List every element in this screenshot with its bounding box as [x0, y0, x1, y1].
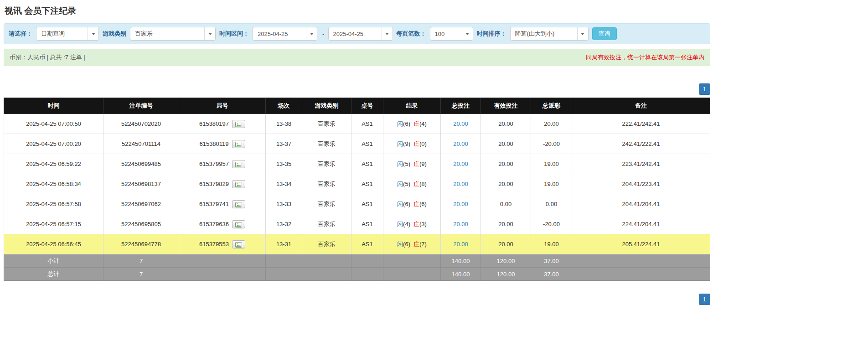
cell-game-type: 百家乐: [302, 154, 351, 174]
cell-total-bet: 20.00: [441, 194, 481, 214]
sort-order-select[interactable]: 降冪(由大到小): [510, 27, 589, 41]
date-range-separator: ~: [321, 31, 325, 37]
page-size-select[interactable]: 100: [430, 27, 473, 41]
table-row: 2025-04-25 06:58:34522450698137615379829…: [4, 174, 710, 194]
summary-payout: 37.00: [531, 268, 572, 281]
cell-table-no: AS1: [351, 114, 383, 134]
summary-empty: [572, 254, 710, 268]
summary-count: 7: [103, 268, 179, 281]
result-banker-label: 庄: [413, 140, 419, 147]
round-replay-button[interactable]: [232, 240, 245, 248]
result-player-score: (4): [403, 221, 410, 228]
summary-note-text: 同局有效投注，统一计算在该局第一张注单内: [586, 53, 704, 62]
cell-valid-bet: 0.00: [481, 194, 531, 214]
page-size-label: 每页笔数：: [397, 30, 426, 38]
total-bet-link[interactable]: 20.00: [453, 201, 468, 207]
cell-time: 2025-04-25 06:57:15: [4, 214, 103, 234]
cell-valid-bet: 20.00: [481, 234, 531, 254]
summary-empty: [302, 254, 351, 268]
cell-bet-id: 522450702020: [103, 114, 179, 134]
result-player-label: 闲: [397, 120, 403, 127]
cell-total-bet: 20.00: [441, 154, 481, 174]
cell-table-no: AS1: [351, 214, 383, 234]
total-bet-link[interactable]: 20.00: [453, 160, 468, 167]
round-id: 615380119: [199, 140, 228, 147]
table-row: 2025-04-25 07:00:20522450701114615380119…: [4, 134, 710, 154]
cell-valid-bet: 20.00: [481, 114, 531, 134]
cell-round-id: 615379829: [179, 174, 266, 194]
column-header-0: 时间: [4, 98, 103, 114]
summary-total-bet: 140.00: [441, 268, 481, 281]
result-banker-score: (6): [419, 201, 427, 207]
cell-time: 2025-04-25 06:59:22: [4, 154, 103, 174]
column-header-2: 局号: [179, 98, 266, 114]
result-player-label: 闲: [397, 241, 403, 248]
table-row: 2025-04-25 06:56:45522450694778615379553…: [4, 234, 710, 254]
round-replay-button[interactable]: [232, 140, 245, 148]
total-bet-link[interactable]: 20.00: [453, 181, 468, 187]
date-from-select[interactable]: 2025-04-25: [253, 27, 317, 41]
cell-total-bet: 20.00: [441, 214, 481, 234]
total-row: 总计7140.00120.0037.00: [4, 268, 710, 281]
image-icon: [235, 242, 242, 248]
summary-payout: 37.00: [531, 254, 572, 268]
cell-time: 2025-04-25 07:00:20: [4, 134, 103, 154]
image-icon: [235, 162, 242, 167]
summary-empty: [302, 268, 351, 281]
cell-bet-id: 522450699485: [103, 154, 179, 174]
cell-result: 闲(5)庄(8): [383, 174, 441, 194]
cell-payout: -20.00: [531, 214, 572, 234]
page-1-button[interactable]: 1: [699, 83, 710, 95]
table-header: 时间注单编号局号场次游戏类别桌号结果总投注有效投注总派彩备注: [4, 98, 710, 114]
cell-round-id: 615380197: [179, 114, 266, 134]
summary-empty: [572, 268, 710, 281]
cell-total-bet: 20.00: [441, 134, 481, 154]
date-to-value: 2025-04-25: [329, 31, 368, 37]
chevron-down-icon: [204, 27, 215, 40]
result-player-label: 闲: [397, 221, 403, 228]
round-replay-button[interactable]: [232, 120, 245, 128]
cell-round-id: 615379553: [179, 234, 266, 254]
total-bet-link[interactable]: 20.00: [453, 221, 468, 228]
date-to-select[interactable]: 2025-04-25: [328, 27, 393, 41]
game-type-select[interactable]: 百家乐: [130, 27, 216, 41]
cell-result: 闲(6)庄(7): [383, 234, 441, 254]
cell-game-type: 百家乐: [302, 114, 351, 134]
total-bet-link[interactable]: 20.00: [453, 241, 468, 248]
chevron-down-icon: [306, 27, 317, 40]
cell-valid-bet: 20.00: [481, 134, 531, 154]
cell-note: 224.41/204.41: [572, 214, 710, 234]
result-banker-score: (4): [419, 120, 427, 127]
result-player-label: 闲: [397, 181, 403, 187]
summary-label: 总计: [4, 268, 103, 281]
cell-note: 223.41/242.41: [572, 154, 710, 174]
cell-game-type: 百家乐: [302, 214, 351, 234]
round-id: 615379957: [199, 160, 229, 167]
total-bet-link[interactable]: 20.00: [453, 120, 468, 127]
cell-table-no: AS1: [351, 194, 383, 214]
round-replay-button[interactable]: [232, 200, 245, 208]
summary-empty: [351, 254, 383, 268]
image-icon: [235, 142, 242, 147]
cell-valid-bet: 20.00: [481, 174, 531, 194]
round-replay-button[interactable]: [232, 180, 245, 188]
search-button[interactable]: 查询: [592, 27, 617, 40]
column-header-3: 场次: [266, 98, 302, 114]
result-player-score: (6): [403, 241, 410, 248]
round-replay-button[interactable]: [232, 160, 245, 168]
total-bet-link[interactable]: 20.00: [453, 140, 468, 147]
cell-payout: 19.00: [531, 234, 572, 254]
date-range-label: 时间区间：: [219, 30, 249, 38]
cell-note: 242.41/222.41: [572, 134, 710, 154]
image-icon: [235, 202, 242, 207]
cell-table-no: AS1: [351, 154, 383, 174]
summary-empty: [351, 268, 383, 281]
game-type-value: 百家乐: [130, 30, 157, 38]
round-replay-button[interactable]: [232, 220, 245, 228]
query-type-select[interactable]: 日期查询: [36, 27, 99, 41]
cell-time: 2025-04-25 06:57:58: [4, 194, 103, 214]
chevron-down-icon: [577, 27, 588, 40]
cell-total-bet: 20.00: [441, 174, 481, 194]
page-1-button[interactable]: 1: [699, 294, 710, 305]
cell-valid-bet: 20.00: [481, 214, 531, 234]
